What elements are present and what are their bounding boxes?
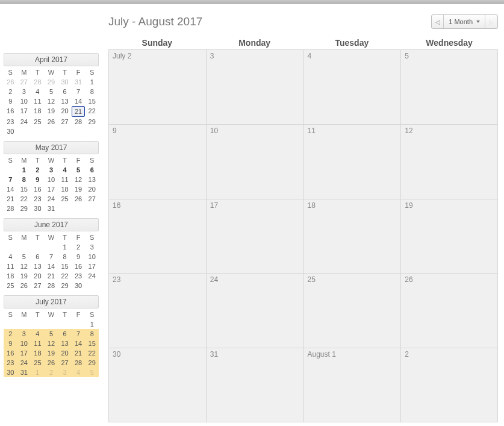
mini-calendar-title[interactable]: April 2017	[4, 53, 99, 66]
mini-day[interactable]: 13	[85, 175, 99, 184]
mini-day[interactable]: 3	[45, 165, 58, 175]
mini-day[interactable]: 6	[58, 87, 72, 96]
mini-day[interactable]: 20	[58, 348, 72, 358]
mini-day[interactable]: 5	[85, 368, 99, 377]
calendar-cell[interactable]: 31	[206, 348, 303, 422]
mini-day[interactable]: 10	[45, 175, 58, 184]
next-button[interactable]: ▷	[485, 15, 497, 28]
mini-day[interactable]: 10	[85, 252, 99, 262]
mini-day[interactable]: 22	[58, 271, 72, 281]
mini-day[interactable]: 5	[45, 329, 58, 339]
mini-day[interactable]: 27	[85, 194, 99, 204]
calendar-cell[interactable]: 25	[303, 273, 401, 348]
mini-day[interactable]: 11	[31, 339, 45, 348]
mini-day[interactable]: 1	[17, 165, 31, 175]
mini-day[interactable]: 1	[31, 368, 45, 377]
mini-day[interactable]: 27	[31, 281, 45, 290]
mini-day[interactable]: 12	[45, 96, 58, 106]
mini-day[interactable]: 21	[72, 348, 86, 358]
mini-calendar-title[interactable]: May 2017	[4, 141, 99, 154]
mini-day[interactable]: 29	[85, 117, 99, 127]
mini-day[interactable]: 11	[4, 262, 17, 271]
calendar-cell[interactable]: 2	[400, 348, 498, 422]
mini-day[interactable]: 29	[45, 77, 58, 87]
mini-day[interactable]: 29	[58, 281, 72, 290]
mini-day[interactable]: 14	[72, 339, 86, 348]
mini-day[interactable]: 15	[17, 184, 31, 194]
mini-day[interactable]: 1	[85, 77, 99, 87]
mini-day[interactable]: 27	[17, 77, 31, 87]
calendar-cell[interactable]: July 2	[108, 49, 206, 124]
mini-day[interactable]: 18	[31, 106, 45, 117]
mini-day[interactable]: 8	[58, 252, 72, 262]
mini-day[interactable]: 7	[45, 252, 58, 262]
mini-day[interactable]: 16	[4, 106, 17, 117]
mini-day[interactable]: 11	[31, 96, 45, 106]
mini-day[interactable]: 15	[85, 339, 99, 348]
mini-day[interactable]: 28	[31, 77, 45, 87]
mini-day[interactable]: 16	[4, 348, 17, 358]
mini-day[interactable]: 2	[31, 165, 45, 175]
mini-day[interactable]: 30	[4, 127, 17, 136]
mini-day[interactable]: 21	[4, 194, 17, 204]
mini-day[interactable]: 14	[72, 96, 86, 106]
mini-day[interactable]: 24	[17, 117, 31, 127]
calendar-cell[interactable]: 9	[108, 124, 206, 199]
mini-day[interactable]: 26	[4, 77, 17, 87]
mini-day[interactable]: 12	[45, 339, 58, 348]
mini-day[interactable]: 27	[58, 117, 72, 127]
mini-day[interactable]: 27	[58, 358, 72, 368]
mini-day[interactable]: 4	[4, 252, 17, 262]
mini-day[interactable]: 22	[85, 348, 99, 358]
mini-day[interactable]: 24	[85, 271, 99, 281]
mini-day[interactable]: 13	[58, 96, 72, 106]
mini-day[interactable]: 2	[4, 329, 17, 339]
mini-day[interactable]: 25	[31, 117, 45, 127]
mini-day[interactable]: 21	[72, 106, 86, 117]
mini-day[interactable]: 6	[85, 165, 99, 175]
calendar-cell[interactable]: 19	[400, 199, 498, 274]
mini-day[interactable]: 13	[58, 339, 72, 348]
mini-day[interactable]: 31	[17, 368, 31, 377]
mini-day[interactable]: 14	[45, 262, 58, 271]
mini-day[interactable]: 2	[4, 87, 17, 96]
mini-day[interactable]: 7	[4, 175, 17, 184]
calendar-cell[interactable]: 5	[400, 49, 498, 124]
mini-day[interactable]: 26	[45, 117, 58, 127]
mini-day[interactable]: 28	[72, 117, 86, 127]
mini-day[interactable]: 6	[31, 252, 45, 262]
mini-day[interactable]: 25	[58, 194, 72, 204]
mini-day[interactable]: 5	[17, 252, 31, 262]
mini-day[interactable]: 30	[31, 204, 45, 213]
calendar-cell[interactable]: 3	[206, 49, 303, 124]
mini-day[interactable]: 26	[45, 358, 58, 368]
mini-day[interactable]: 3	[58, 368, 72, 377]
mini-day[interactable]: 10	[17, 96, 31, 106]
mini-day[interactable]: 19	[45, 348, 58, 358]
mini-day[interactable]: 24	[45, 194, 58, 204]
calendar-cell[interactable]: 11	[303, 124, 401, 199]
mini-day[interactable]: 9	[4, 96, 17, 106]
calendar-cell[interactable]: August 1	[303, 348, 401, 422]
calendar-cell[interactable]: 24	[206, 273, 303, 348]
mini-day[interactable]: 4	[31, 329, 45, 339]
calendar-cell[interactable]: 17	[206, 199, 303, 274]
mini-day[interactable]: 7	[72, 329, 86, 339]
calendar-cell[interactable]: 18	[303, 199, 401, 274]
mini-day[interactable]: 3	[17, 87, 31, 96]
mini-day[interactable]: 3	[85, 242, 99, 252]
mini-day[interactable]: 31	[72, 77, 86, 87]
mini-day[interactable]: 15	[58, 262, 72, 271]
mini-day[interactable]: 1	[58, 242, 72, 252]
mini-day[interactable]: 4	[31, 87, 45, 96]
mini-day[interactable]: 18	[31, 348, 45, 358]
mini-day[interactable]: 20	[31, 271, 45, 281]
mini-day[interactable]: 19	[45, 106, 58, 117]
mini-calendar-title[interactable]: June 2017	[4, 218, 99, 231]
mini-day[interactable]: 30	[72, 281, 86, 290]
calendar-cell[interactable]: 30	[108, 348, 206, 422]
mini-day[interactable]: 19	[72, 184, 86, 194]
mini-day[interactable]: 12	[17, 262, 31, 271]
mini-day[interactable]: 29	[17, 204, 31, 213]
mini-day[interactable]: 2	[72, 242, 86, 252]
